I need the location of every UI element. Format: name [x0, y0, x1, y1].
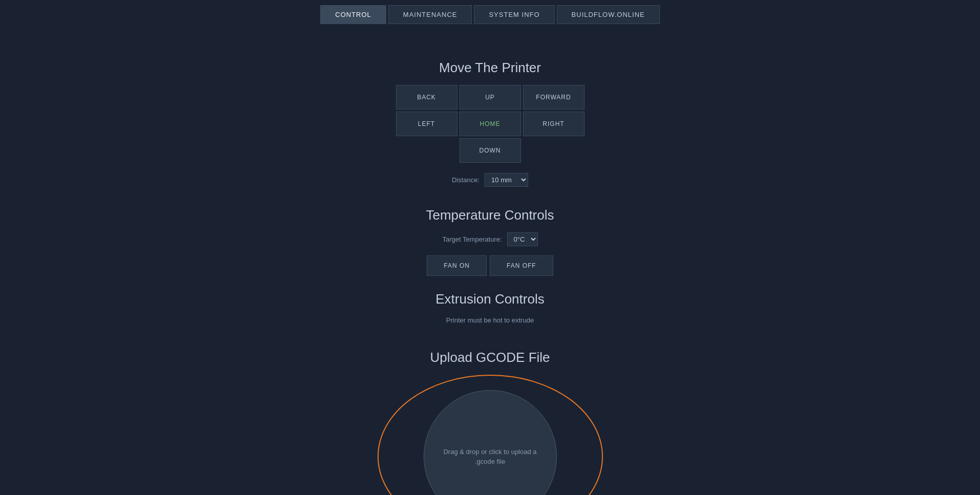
fan-off-button[interactable]: FAN OFF	[490, 255, 553, 276]
top-navigation: CONTROL MAINTENANCE SYSTEM INFO BUILDFLO…	[0, 0, 980, 29]
home-button[interactable]: HOME	[460, 112, 521, 136]
upload-gcode-section: Upload GCODE File Drag & drop or click t…	[378, 350, 603, 495]
extrusion-title: Extrusion Controls	[435, 291, 544, 307]
upload-drop-zone[interactable]: Drag & drop or click to upload a .gcode …	[424, 390, 557, 495]
extrusion-subtitle: Printer must be hot to extrude	[446, 316, 534, 324]
down-button[interactable]: DOWN	[460, 138, 521, 163]
upload-drop-text: Drag & drop or click to upload a .gcode …	[434, 447, 546, 467]
move-printer-title: Move The Printer	[439, 60, 541, 76]
temperature-title: Temperature Controls	[426, 207, 554, 223]
tab-buildflow[interactable]: BUILDFLOW.ONLINE	[557, 5, 660, 24]
temperature-section: Temperature Controls Target Temperature:…	[426, 207, 554, 276]
upload-outer-oval: Drag & drop or click to upload a .gcode …	[378, 375, 603, 495]
up-button[interactable]: UP	[460, 85, 521, 110]
distance-row: Distance: 1 mm 10 mm 100 mm	[452, 173, 528, 187]
tab-maintenance[interactable]: MAINTENANCE	[388, 5, 472, 24]
fan-buttons-row: FAN ON FAN OFF	[427, 255, 553, 276]
move-printer-grid: BACK UP FORWARD LEFT HOME RIGHT DOWN	[396, 85, 585, 163]
fan-on-button[interactable]: FAN ON	[427, 255, 487, 276]
empty-cell-1	[396, 138, 457, 163]
tab-control[interactable]: CONTROL	[320, 5, 386, 24]
target-temperature-row: Target Temperature: 0°C	[442, 232, 537, 246]
forward-button[interactable]: FORWARD	[523, 85, 585, 110]
distance-select[interactable]: 1 mm 10 mm 100 mm	[485, 173, 528, 187]
tab-system-info[interactable]: SYSTEM INFO	[474, 5, 554, 24]
target-temp-label: Target Temperature:	[442, 235, 502, 243]
back-button[interactable]: BACK	[396, 85, 457, 110]
target-temp-select[interactable]: 0°C	[507, 232, 538, 246]
extrusion-section: Extrusion Controls Printer must be hot t…	[435, 291, 544, 329]
main-content: Move The Printer BACK UP FORWARD LEFT HO…	[0, 29, 980, 495]
distance-label: Distance:	[452, 176, 479, 184]
left-button[interactable]: LEFT	[396, 112, 457, 136]
empty-cell-2	[523, 138, 585, 163]
upload-gcode-title: Upload GCODE File	[430, 350, 550, 365]
right-button[interactable]: RIGHT	[523, 112, 585, 136]
